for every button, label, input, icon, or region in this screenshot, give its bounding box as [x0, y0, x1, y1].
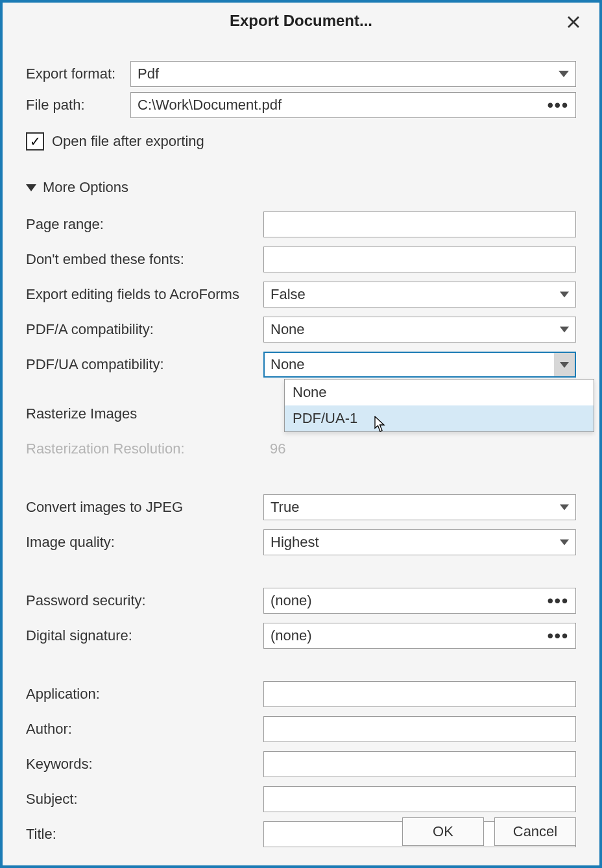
convert-jpeg-label: Convert images to JPEG: [26, 499, 263, 516]
pdfa-value: None: [271, 321, 305, 338]
close-icon: [566, 15, 581, 29]
chevron-down-icon: [560, 540, 569, 546]
chevron-down-icon: [560, 505, 569, 511]
file-path-value: C:\Work\Document.pdf: [138, 97, 282, 114]
author-input[interactable]: [263, 716, 576, 742]
chevron-down-icon: [560, 292, 569, 298]
chevron-down-icon: [26, 184, 36, 191]
pdfa-select[interactable]: None: [263, 317, 576, 343]
export-document-dialog: Export Document... Export format: Pdf Fi…: [0, 0, 602, 868]
titlebar: Export Document...: [3, 3, 599, 39]
export-format-select[interactable]: Pdf: [130, 61, 576, 87]
file-path-field[interactable]: C:\Work\Document.pdf •••: [130, 92, 576, 118]
chevron-down-icon: [560, 327, 569, 333]
pdfua-value: None: [271, 356, 305, 373]
subject-input[interactable]: [263, 786, 576, 812]
image-quality-select[interactable]: Highest: [263, 529, 576, 555]
open-after-exporting-label: Open file after exporting: [52, 133, 204, 150]
subject-label: Subject:: [26, 791, 263, 808]
export-format-label: Export format:: [26, 66, 130, 82]
image-quality-value: Highest: [271, 534, 319, 551]
digital-signature-field[interactable]: (none) •••: [263, 623, 576, 649]
ellipsis-icon[interactable]: •••: [548, 591, 569, 611]
dont-embed-fonts-input[interactable]: [263, 247, 576, 272]
digital-signature-label: Digital signature:: [26, 627, 263, 644]
file-path-label: File path:: [26, 97, 130, 114]
rasterization-resolution-input: 96: [263, 436, 576, 462]
dialog-title: Export Document...: [230, 12, 372, 30]
close-button[interactable]: [563, 12, 584, 32]
rasterize-images-label: Rasterize Images: [26, 405, 263, 422]
export-format-value: Pdf: [138, 66, 159, 82]
checkmark-icon: ✓: [30, 135, 41, 148]
page-range-input[interactable]: [263, 211, 576, 237]
keywords-input[interactable]: [263, 751, 576, 777]
password-security-label: Password security:: [26, 592, 263, 609]
title-label: Title:: [26, 826, 263, 843]
pdfa-label: PDF/A compatibility:: [26, 321, 263, 338]
pdfua-select[interactable]: None: [263, 352, 576, 378]
pdfua-dropdown-list[interactable]: None PDF/UA-1: [284, 379, 594, 432]
convert-jpeg-select[interactable]: True: [263, 494, 576, 520]
dont-embed-fonts-label: Don't embed these fonts:: [26, 251, 263, 268]
convert-jpeg-value: True: [271, 499, 299, 516]
password-security-field[interactable]: (none) •••: [263, 588, 576, 614]
chevron-down-icon: [560, 362, 569, 368]
digital-signature-value: (none): [271, 627, 312, 644]
pdfua-option-none[interactable]: None: [285, 380, 594, 405]
page-range-label: Page range:: [26, 216, 263, 233]
cancel-button[interactable]: Cancel: [494, 817, 576, 846]
image-quality-label: Image quality:: [26, 534, 263, 551]
application-input[interactable]: [263, 681, 576, 707]
ellipsis-icon[interactable]: •••: [548, 95, 569, 115]
password-security-value: (none): [271, 592, 312, 609]
more-options-label: More Options: [43, 179, 128, 196]
acroforms-select[interactable]: False: [263, 282, 576, 307]
rasterization-resolution-value: 96: [270, 440, 285, 457]
dropdown-button[interactable]: [554, 353, 575, 376]
open-after-exporting-checkbox[interactable]: ✓: [26, 132, 44, 151]
keywords-label: Keywords:: [26, 756, 263, 773]
ellipsis-icon[interactable]: •••: [548, 626, 569, 646]
more-options-toggle[interactable]: More Options: [26, 179, 576, 196]
pdfua-label: PDF/UA compatibility:: [26, 356, 263, 373]
acroforms-value: False: [271, 286, 306, 303]
pdfua-option-pdfua1[interactable]: PDF/UA-1: [285, 405, 594, 431]
acroforms-label: Export editing fields to AcroForms: [26, 286, 263, 303]
rasterization-resolution-label: Rasterization Resolution:: [26, 440, 263, 457]
chevron-down-icon: [559, 71, 569, 77]
ok-button[interactable]: OK: [402, 817, 484, 846]
author-label: Author:: [26, 721, 263, 738]
application-label: Application:: [26, 686, 263, 703]
